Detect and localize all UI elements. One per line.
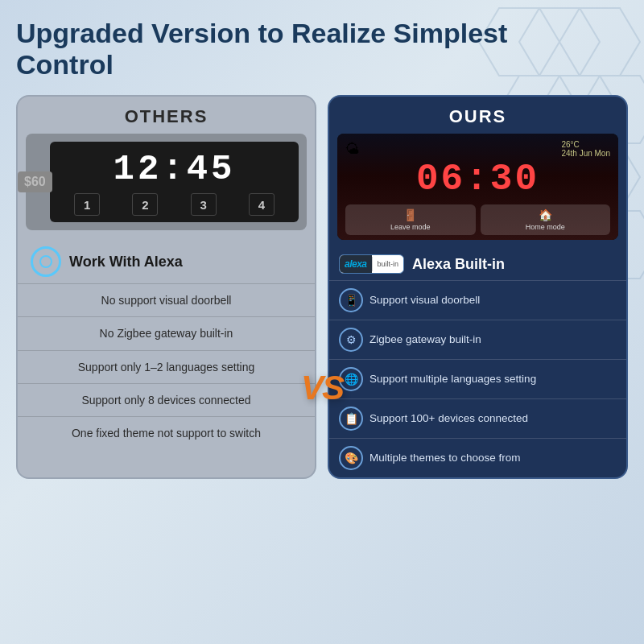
others-feature-1: No support visual doorbell — [18, 283, 315, 316]
leave-mode-btn[interactable]: 🚪 Leave mode — [345, 204, 476, 235]
feature-icon-5: 🎨 — [339, 446, 363, 470]
others-features: No support visual doorbell No Zigbee gat… — [18, 283, 315, 449]
others-alexa-text: Work With Alexa — [69, 254, 183, 270]
alexa-builtin-badge: alexa built-in — [339, 254, 404, 274]
btn-2[interactable]: 2 — [132, 193, 158, 216]
date: 24th Jun Mon — [561, 149, 610, 158]
home-icon: 🏠 — [484, 208, 608, 221]
home-mode-btn[interactable]: 🏠 Home mode — [481, 204, 611, 235]
ours-screen: 🌤 26°C 24th Jun Mon 06:30 🚪 Leave mode — [337, 134, 618, 240]
others-feature-5: One fixed theme not support to switch — [18, 416, 315, 449]
alexa-brand: alexa — [340, 255, 372, 273]
ours-alexa-section: alexa built-in Alexa Built-in — [329, 248, 626, 280]
ours-feature-2: ⚙ Zigbee gateway built-in — [329, 320, 626, 359]
ours-feature-1: 📱 Support visual doorbell — [329, 280, 626, 320]
others-time: 12:45 — [58, 151, 291, 187]
leave-icon: 🚪 — [349, 208, 473, 221]
temperature: 26°C — [561, 140, 579, 149]
ours-mode-bar: 🚪 Leave mode 🏠 Home mode — [345, 204, 610, 235]
btn-3[interactable]: 3 — [191, 193, 217, 216]
others-feature-4: Support only 8 devices connected — [18, 383, 315, 416]
feature-icon-4: 📋 — [339, 407, 363, 431]
ours-feature-text-5: Multiple themes to choose from — [369, 451, 521, 465]
weather-info: 26°C 24th Jun Mon — [561, 140, 610, 158]
headline: Upgraded Version to Realize Simplest Con… — [16, 18, 580, 80]
others-alexa-section: Work With Alexa — [18, 238, 315, 283]
others-feature-2: No Zigbee gateway built-in — [18, 316, 315, 349]
others-card: OTHERS $60 12:45 1 2 3 4 Work With — [16, 95, 316, 479]
ours-feature-text-3: Support multiple languages setting — [369, 372, 536, 386]
others-feature-3: Support only 1–2 languages setting — [18, 350, 315, 383]
digital-clock-box: 12:45 1 2 3 4 — [50, 142, 299, 222]
digit-buttons: 1 2 3 4 — [58, 193, 291, 216]
ours-top-bar: 🌤 26°C 24th Jun Mon — [345, 140, 610, 158]
vs-badge: VS — [301, 369, 343, 407]
alexa-ring-icon — [31, 246, 61, 277]
feature-icon-1: 📱 — [339, 288, 363, 312]
ours-header: OURS — [329, 97, 626, 134]
ours-feature-text-4: Support 100+ devices connected — [369, 411, 528, 426]
ours-feature-5: 🎨 Multiple themes to choose from — [329, 438, 626, 477]
ours-time: 06:30 — [345, 161, 610, 198]
comparison-row: VS OTHERS $60 12:45 1 2 3 4 — [16, 95, 628, 479]
ours-card: OURS 🌤 26°C 24th Jun Mon 06:30 🚪 — [328, 95, 628, 479]
ours-feature-4: 📋 Support 100+ devices connected — [329, 398, 626, 438]
ours-feature-3: 🌐 Support multiple languages setting — [329, 359, 626, 398]
others-display: $60 12:45 1 2 3 4 — [26, 134, 307, 230]
ours-display: 🌤 26°C 24th Jun Mon 06:30 🚪 Leave mode — [337, 134, 618, 240]
ours-feature-text-1: Support visual doorbell — [369, 293, 480, 308]
feature-icon-2: ⚙ — [339, 328, 363, 352]
others-header: OTHERS — [18, 97, 315, 134]
weather-icon: 🌤 — [345, 141, 360, 158]
price-badge: $60 — [18, 171, 52, 192]
alexa-sub: built-in — [372, 257, 404, 271]
home-mode-label: Home mode — [484, 223, 608, 231]
ours-features: 📱 Support visual doorbell ⚙ Zigbee gatew… — [329, 280, 626, 477]
main-container: Upgraded Version to Realize Simplest Con… — [0, 0, 644, 493]
alexa-inner-ring — [39, 255, 52, 268]
btn-1[interactable]: 1 — [74, 193, 100, 216]
btn-4[interactable]: 4 — [249, 193, 275, 216]
ours-feature-text-2: Zigbee gateway built-in — [369, 332, 481, 347]
ours-alexa-text: Alexa Built-in — [412, 256, 505, 273]
leave-mode-label: Leave mode — [349, 223, 473, 231]
